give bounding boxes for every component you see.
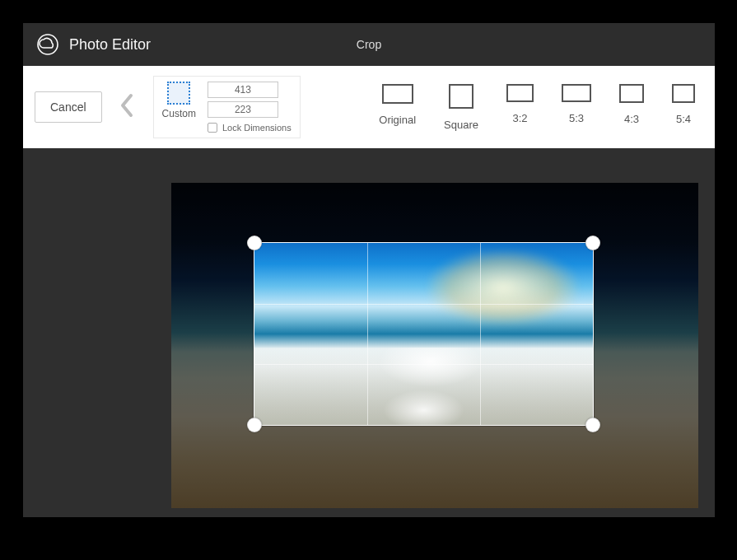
- creative-cloud-icon: [36, 33, 59, 56]
- preset-list: OriginalSquare3:25:34:35:4: [379, 84, 703, 131]
- crop-handle-top-right[interactable]: [585, 236, 600, 250]
- preset-shape-icon: [562, 84, 591, 102]
- custom-label: Custom: [162, 108, 196, 119]
- custom-crop-icon: [167, 82, 190, 105]
- lock-checkbox[interactable]: [208, 123, 217, 133]
- mode-title: Crop: [357, 38, 381, 51]
- height-input[interactable]: [208, 101, 278, 118]
- preset-shape-icon: [449, 84, 473, 109]
- app-header: Photo Editor Crop: [23, 23, 715, 66]
- preset-5-4[interactable]: 5:4: [672, 84, 695, 131]
- crop-handle-bottom-right[interactable]: [585, 418, 600, 432]
- logo-group: Photo Editor: [23, 33, 151, 56]
- preset-label: Original: [379, 114, 416, 126]
- preset-label: 5:3: [569, 112, 584, 124]
- custom-preset[interactable]: Custom: [162, 82, 196, 119]
- preset-original[interactable]: Original: [379, 84, 416, 131]
- grid-line: [254, 304, 593, 305]
- app-window: Photo Editor Crop Cancel Custom Lock Dim…: [23, 23, 715, 517]
- preset-label: 5:4: [676, 113, 691, 125]
- crop-frame[interactable]: [254, 242, 594, 426]
- preset-label: Square: [444, 119, 478, 131]
- back-icon[interactable]: [117, 89, 138, 125]
- lock-dimensions-row[interactable]: Lock Dimensions: [208, 123, 292, 133]
- preset-4-3[interactable]: 4:3: [619, 84, 644, 131]
- preset-5-3[interactable]: 5:3: [562, 84, 591, 131]
- crop-handle-bottom-left[interactable]: [247, 418, 262, 432]
- dimension-inputs: Lock Dimensions: [208, 82, 292, 133]
- preset-label: 3:2: [512, 112, 527, 124]
- preset-label: 4:3: [624, 113, 639, 125]
- lock-label: Lock Dimensions: [222, 123, 292, 133]
- cancel-button[interactable]: Cancel: [35, 91, 102, 123]
- custom-crop-panel: Custom Lock Dimensions: [153, 76, 301, 138]
- svg-point-0: [38, 35, 58, 54]
- preset-shape-icon: [382, 84, 413, 104]
- crop-handle-top-left[interactable]: [247, 236, 262, 250]
- preset-shape-icon: [506, 84, 534, 102]
- grid-line: [367, 243, 368, 425]
- preset-3-2[interactable]: 3:2: [506, 84, 534, 131]
- preset-shape-icon: [619, 84, 644, 103]
- grid-line: [254, 364, 593, 365]
- preset-square[interactable]: Square: [444, 84, 478, 131]
- canvas-area: [23, 148, 715, 517]
- grid-line: [480, 243, 481, 425]
- width-input[interactable]: [208, 82, 278, 98]
- preset-shape-icon: [672, 84, 695, 103]
- crop-toolbar: Cancel Custom Lock Dimensions OriginalSq…: [23, 66, 715, 148]
- app-title: Photo Editor: [69, 36, 151, 54]
